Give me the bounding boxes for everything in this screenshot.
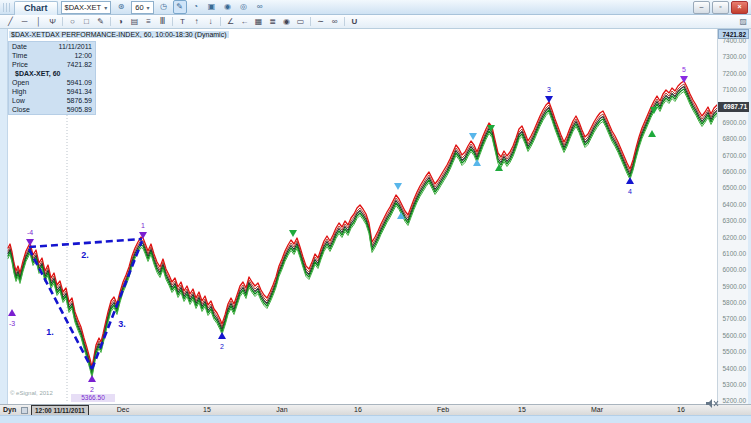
tab-chart[interactable]: Chart — [14, 1, 58, 15]
brush-tool-icon[interactable]: ✎ — [94, 16, 107, 28]
calendar-mini-icon[interactable] — [21, 407, 28, 414]
dyn-label: Dyn — [3, 406, 16, 413]
pitchfork-tool-icon[interactable]: Ψ — [46, 16, 59, 28]
wave-label: 3. — [118, 319, 126, 329]
link-icon[interactable]: ∞ — [253, 0, 267, 14]
marker-label: 3 — [547, 86, 551, 93]
price-chart[interactable]: 1.2.3.-4-3122345 — [0, 29, 717, 404]
close-button[interactable]: × — [731, 1, 748, 14]
pencil-icon[interactable]: ✎ — [173, 0, 187, 14]
parallel-channel-tool-icon[interactable]: ≣ — [266, 16, 279, 28]
data-panel-row: Close5905.89 — [9, 105, 95, 114]
symbol-settings-icon[interactable]: ⊛ — [114, 0, 128, 14]
toolbar-separator — [220, 17, 221, 26]
ellipse-tool-icon[interactable]: ○ — [66, 16, 79, 28]
rectangle-tool-icon[interactable]: □ — [80, 16, 93, 28]
vertical-line-tool-icon[interactable]: │ — [32, 16, 45, 28]
arrow-left-tool-icon[interactable]: ← — [238, 16, 251, 28]
horizontal-line-tool-icon[interactable]: ─ — [18, 16, 31, 28]
price-tick-label: 6400.00 — [723, 201, 747, 208]
price-tick-label: 5300.00 — [723, 381, 747, 388]
marker-label: 5 — [682, 66, 686, 73]
fib-extension-tool-icon[interactable]: ≡ — [142, 16, 155, 28]
toolbar-separator — [310, 17, 311, 26]
chevron-down-icon: ▾ — [147, 4, 150, 11]
price-tick-label: 7100.00 — [723, 86, 747, 93]
price-tick-label: 5400.00 — [723, 365, 747, 372]
time-tick-label: 16 — [343, 406, 373, 413]
refresh-icon[interactable]: ◔ — [189, 0, 203, 14]
price-tick-label: 6700.00 — [723, 152, 747, 159]
price-tick-label: 6500.00 — [723, 184, 747, 191]
fib-time-tool-icon[interactable]: Ⅲ — [156, 16, 169, 28]
last-price-box: 6987.71 — [718, 102, 749, 112]
interval-input[interactable]: 60 ▾ — [131, 1, 153, 14]
frame-tool-icon[interactable]: ▭ — [294, 16, 307, 28]
bottom-frame-strip — [0, 415, 751, 423]
fib-retracement-tool-icon[interactable]: ▤ — [128, 16, 141, 28]
wave-trendline[interactable] — [29, 249, 92, 369]
settings-icon[interactable]: ◎ — [237, 0, 251, 14]
snapshot-icon[interactable]: ▣ — [205, 0, 219, 14]
data-panel-row: Time12:00 — [9, 51, 95, 60]
data-panel-row: Price7421.82 — [9, 60, 95, 69]
zigzag-tool-icon[interactable]: ∼ — [314, 16, 327, 28]
data-panel-row: Open5941.09 — [9, 78, 95, 87]
triangle-up-marker — [8, 309, 16, 316]
minimize-button[interactable]: – — [693, 1, 710, 14]
triangle-down-marker — [289, 230, 297, 237]
text-tool-icon[interactable]: T — [176, 16, 189, 28]
time-tick-label: Dec — [108, 406, 138, 413]
price-tick-label: 7400.00 — [723, 37, 747, 44]
price-tick-label: 5900.00 — [723, 283, 747, 290]
price-tick-label: 6800.00 — [723, 135, 747, 142]
wave-trendline[interactable] — [29, 239, 142, 247]
watermark: © eSignal, 2012 — [10, 390, 53, 396]
price-tick-label: 7200.00 — [723, 70, 747, 77]
triangle-up-marker — [626, 177, 634, 184]
fib-circle-tool-icon[interactable]: ◑ — [114, 16, 127, 28]
link-tool-icon[interactable]: ∞ — [328, 16, 341, 28]
triangle-up-marker — [473, 159, 481, 166]
time-axis[interactable]: Dyn 12:00 11/11/2011 Dec15Jan16Feb15Mar1… — [0, 404, 751, 415]
restore-button[interactable]: ▫ — [712, 1, 729, 14]
price-tick-label: 5500.00 — [723, 348, 747, 355]
price-tick-label: 6000.00 — [723, 266, 747, 273]
toolbar-separator — [62, 17, 63, 26]
price-tick-label: 6300.00 — [723, 217, 747, 224]
marker-label: 1 — [141, 222, 145, 229]
time-tick-label: 15 — [192, 406, 222, 413]
price-axis[interactable]: 7421.82 6987.71 7400.007300.007200.00710… — [717, 29, 748, 404]
mute-speaker-icon[interactable] — [705, 398, 719, 409]
clock-icon[interactable]: ◷ — [157, 0, 171, 14]
wave-label: 2. — [81, 250, 89, 260]
data-panel: Date11/11/2011Time12:00Price7421.82$DAX-… — [8, 41, 96, 115]
time-tick-label: 16 — [666, 406, 696, 413]
symbol-input[interactable]: $DAX-XET ▾ — [61, 1, 112, 14]
underline-tool-icon[interactable]: U — [348, 16, 361, 28]
triangle-down-marker — [469, 133, 477, 140]
time-tick-label: Feb — [428, 406, 458, 413]
window-titlebar: Chart $DAX-XET ▾ ⊛ 60 ▾ ◷✎◔▣◉◎∞ –▫× — [0, 0, 751, 15]
trend-line-tool-icon[interactable]: ╱ — [4, 16, 17, 28]
history-icon[interactable]: ◉ — [221, 0, 235, 14]
marker-label: 4 — [628, 188, 632, 195]
toolbar-separator — [110, 17, 111, 26]
chart-panel-icon[interactable]: ▨ — [739, 17, 747, 26]
arrow-down-tool-icon[interactable]: ↓ — [204, 16, 217, 28]
gann-angle-tool-icon[interactable]: ∠ — [224, 16, 237, 28]
triangle-up-marker — [648, 130, 656, 137]
price-tick-label: 5700.00 — [723, 315, 747, 322]
window-controls: –▫× — [693, 1, 748, 14]
triangle-down-marker — [26, 239, 34, 246]
time-tick-label: Mar — [582, 406, 612, 413]
grid-tool-icon[interactable]: ▦ — [252, 16, 265, 28]
price-tick-label: 7300.00 — [723, 53, 747, 60]
price-tick-label: 5800.00 — [723, 299, 747, 306]
eye-tool-icon[interactable]: ◉ — [280, 16, 293, 28]
arrow-up-tool-icon[interactable]: ↑ — [190, 16, 203, 28]
time-tick-label: 15 — [507, 406, 537, 413]
price-tick-label: 6200.00 — [723, 234, 747, 241]
price-band-line — [8, 81, 717, 367]
marker-label: 2 — [90, 386, 94, 393]
